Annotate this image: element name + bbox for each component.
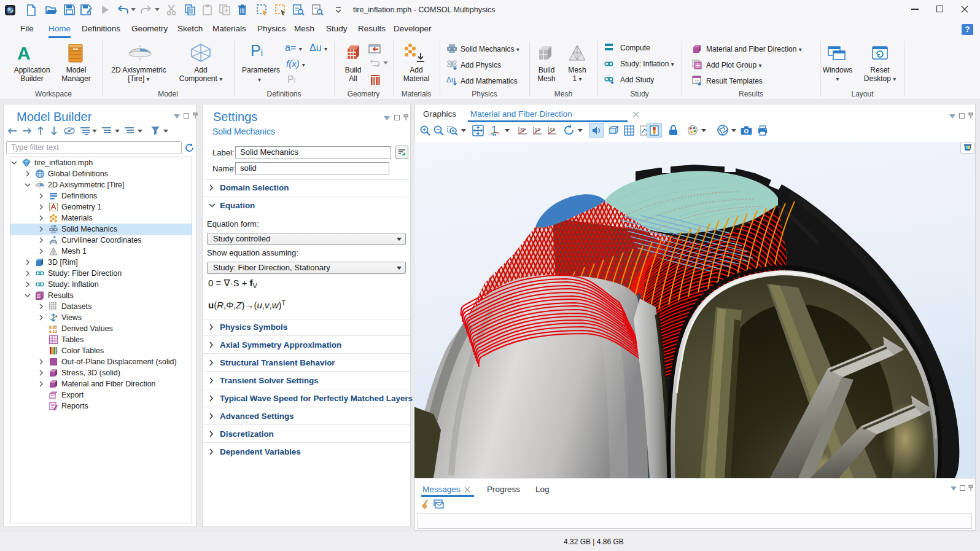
svg-text:Δu: Δu (446, 76, 456, 84)
svg-text:8.85: 8.85 (49, 325, 57, 329)
svg-text:xy: xy (520, 126, 526, 132)
svg-text:yz: yz (535, 126, 540, 132)
svg-text:e-12: e-12 (49, 329, 57, 334)
svg-text:xz: xz (550, 126, 555, 132)
